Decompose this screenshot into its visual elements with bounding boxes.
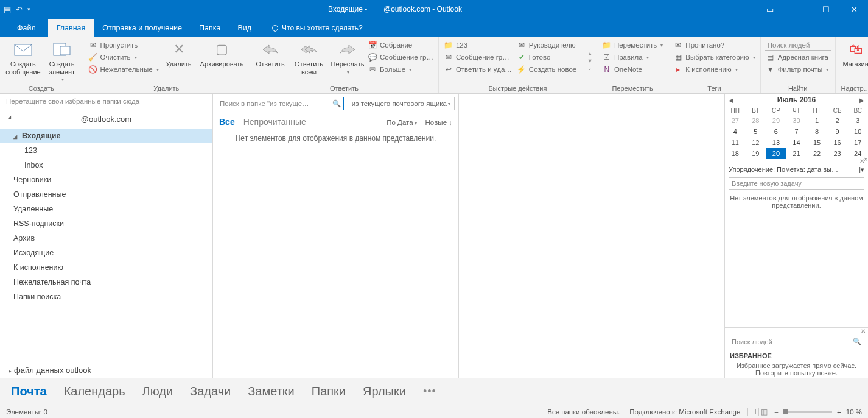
nav-folders[interactable]: Папки (312, 384, 346, 399)
folder-item[interactable]: Нежелательная почта (0, 275, 212, 289)
read-unread-button[interactable]: ✉Прочитано? (672, 40, 756, 51)
reply-button[interactable]: Ответить (254, 38, 287, 83)
calendar-day[interactable]: 12 (746, 137, 766, 148)
archive-button[interactable]: ▢Архивировать (198, 38, 247, 83)
address-book-button[interactable]: ▤Адресная книга (765, 52, 831, 63)
store-button[interactable]: 🛍Магазин (839, 38, 868, 83)
cal-prev-icon[interactable]: ◀ (729, 97, 733, 104)
calendar-day[interactable]: 21 (786, 148, 807, 159)
calendar-title[interactable]: Июль 2016 (777, 96, 816, 104)
calendar-day[interactable]: 1 (807, 115, 827, 126)
folder-item[interactable]: Входящие (0, 129, 212, 143)
calendar-day[interactable]: 10 (847, 126, 868, 137)
calendar-day[interactable]: 5 (746, 126, 766, 137)
close-icon[interactable]: ✕ (840, 0, 868, 18)
delete-button[interactable]: ✕Удалить (163, 38, 195, 83)
im-button[interactable]: 💬Сообщение гр… (366, 52, 435, 63)
folder-item[interactable]: 123 (0, 143, 212, 158)
minimize-icon[interactable]: — (784, 0, 812, 18)
calendar-day[interactable]: 19 (746, 148, 766, 159)
quickstep-5[interactable]: ✔Готово (516, 52, 583, 63)
people-search-input[interactable]: Поиск людей🔍 (729, 336, 864, 347)
task-arrange-more-icon[interactable]: |▾ (859, 166, 864, 174)
calendar-day[interactable]: 14 (786, 137, 807, 148)
qs-up-icon[interactable]: ▲ (587, 51, 593, 57)
nav-calendar[interactable]: Календарь (64, 384, 125, 399)
quickstep-1[interactable]: 📁123 (443, 40, 513, 51)
nav-people[interactable]: Люди (142, 384, 173, 399)
calendar-day[interactable]: 11 (725, 137, 746, 148)
nav-mail[interactable]: Почта (11, 384, 47, 399)
calendar-day[interactable]: 7 (786, 126, 807, 137)
nav-more-icon[interactable]: ••• (423, 385, 436, 398)
calendar-day[interactable]: 20 (766, 148, 786, 159)
calendar-day[interactable]: 8 (807, 126, 827, 137)
nav-notes[interactable]: Заметки (248, 384, 295, 399)
quickstep-4[interactable]: ✉Руководителю (516, 40, 583, 51)
more-respond-button[interactable]: ✉Больше (366, 64, 435, 75)
calendar-day[interactable]: 16 (827, 137, 848, 148)
calendar-day[interactable]: 29 (766, 115, 786, 126)
calendar-day[interactable]: 9 (827, 126, 848, 137)
calendar-day[interactable]: 2 (827, 115, 848, 126)
folder-item[interactable]: Исходящие (0, 246, 212, 260)
ribbon-display-icon[interactable]: ▭ (756, 0, 784, 18)
search-icon[interactable]: 🔍 (853, 338, 861, 345)
meeting-button[interactable]: 📅Собрание (366, 40, 435, 51)
folder-item[interactable]: К исполнению (0, 260, 212, 275)
folder-item[interactable]: Черновики (0, 172, 212, 187)
search-icon[interactable]: 🔍 (332, 99, 341, 108)
rules-button[interactable]: ☑Правила (601, 52, 664, 63)
sort-by[interactable]: По Дата (387, 119, 416, 126)
search-people-input[interactable]: Поиск людей (765, 40, 831, 51)
view-switcher[interactable]: ☐▥ (747, 408, 769, 416)
calendar-day[interactable]: 18 (725, 148, 746, 159)
tell-me[interactable]: Что вы хотите сделать? (272, 19, 363, 37)
calendar-day[interactable]: 30 (786, 115, 807, 126)
search-input[interactable]: Поиск в папке "из текуще…🔍 (217, 97, 344, 110)
qat-customize-icon[interactable]: ▾ (27, 6, 30, 12)
calendar-day[interactable]: 28 (746, 115, 766, 126)
quickstep-2[interactable]: ✉Сообщение гр… (443, 52, 513, 63)
folder-item[interactable]: Отправленные (0, 187, 212, 202)
zoom-in-icon[interactable]: + (837, 408, 841, 416)
folder-item[interactable]: RSS-подписки (0, 216, 212, 231)
app-icon[interactable]: ▤ (4, 5, 11, 14)
view-reading-icon[interactable]: ▥ (758, 408, 769, 416)
calendar-day[interactable]: 15 (807, 137, 827, 148)
filter-all[interactable]: Все (219, 117, 235, 127)
calendar-day[interactable]: 22 (807, 148, 827, 159)
tab-send-receive[interactable]: Отправка и получение (94, 19, 191, 37)
tasks-close-icon[interactable]: ✕ (863, 156, 868, 163)
forward-button[interactable]: Переслать (331, 38, 364, 83)
zoom-slider[interactable] (783, 411, 832, 413)
tab-view[interactable]: Вид (229, 19, 260, 37)
view-normal-icon[interactable]: ☐ (747, 408, 758, 416)
maximize-icon[interactable]: ☐ (812, 0, 840, 18)
nav-tasks[interactable]: Задачи (190, 384, 231, 399)
folder-item[interactable]: Inbox (0, 158, 212, 172)
tab-file[interactable]: Файл (9, 19, 44, 37)
folder-item[interactable]: Удаленные (0, 202, 212, 216)
quickstep-6[interactable]: ⚡Создать новое (516, 64, 583, 75)
quickstep-3[interactable]: ↩Ответить и уда… (443, 64, 513, 75)
tab-home[interactable]: Главная (48, 19, 94, 37)
nav-shortcuts[interactable]: Ярлыки (363, 384, 406, 399)
folder-item[interactable]: Папки поиска (0, 289, 212, 304)
onenote-button[interactable]: NOneNote (601, 64, 664, 75)
calendar-day[interactable]: 3 (847, 115, 868, 126)
zoom-out-icon[interactable]: − (774, 408, 779, 416)
qs-more-icon[interactable]: ⌄ (587, 65, 593, 71)
ignore-button[interactable]: ✉Пропустить (87, 40, 160, 51)
tab-folder[interactable]: Папка (191, 19, 229, 37)
move-button[interactable]: 📁Переместить (601, 40, 664, 51)
calendar-day[interactable]: 23 (827, 148, 848, 159)
filter-email-button[interactable]: ▼Фильтр почты (765, 64, 831, 75)
search-scope[interactable]: из текущего почтового ящика (348, 97, 455, 110)
sort-order[interactable]: Новые ↓ (425, 119, 452, 126)
calendar-day[interactable]: 6 (766, 126, 786, 137)
folder-item[interactable]: Архив (0, 231, 212, 246)
task-arrange-label[interactable]: Упорядочение: Пометка: дата вы… (729, 166, 838, 174)
zoom-control[interactable]: − + 10 % (774, 408, 862, 416)
account-header[interactable]: @outlook.com (0, 108, 212, 129)
